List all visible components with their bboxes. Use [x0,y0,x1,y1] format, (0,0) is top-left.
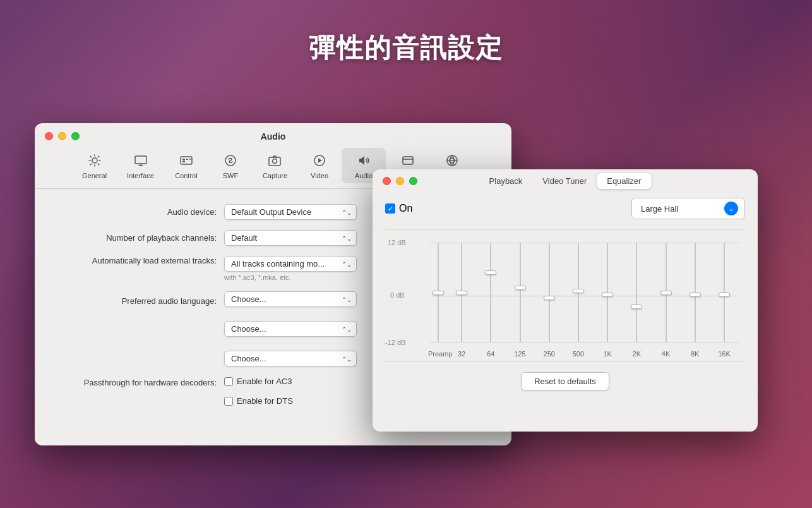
eq-preset-button[interactable]: Large Hall ⌄ [631,198,745,219]
freq-label-8k: 8K [681,350,710,358]
maximize-button[interactable] [71,132,80,140]
slider-64-knob[interactable] [485,270,496,275]
preamp-freq-label: Preamp [428,350,446,358]
db-12-label: 12 dB [388,239,406,246]
preferred-language-select1[interactable]: Choose... [224,291,357,307]
slider-250-knob[interactable] [544,296,555,300]
window-titlebar: Audio [35,123,511,145]
minimize-button[interactable] [58,132,66,140]
interface-label: Interface [127,172,154,179]
capture-icon [266,152,284,169]
ac3-checkbox[interactable] [224,377,233,386]
tab-playback[interactable]: Playback [479,173,533,189]
eq-preset-arrow-icon: ⌄ [724,202,738,215]
db-0-label: 0 dB [390,291,405,299]
preferred-language-select2[interactable]: Choose... [224,321,357,337]
traffic-lights [45,132,80,140]
toolbar-item-control[interactable]: Control [164,148,208,183]
svg-rect-11 [403,157,413,164]
window-title: Audio [261,131,286,142]
svg-rect-5 [186,159,188,160]
control-label: Control [175,172,197,179]
auto-load-tracks-select[interactable]: All tracks containing mo... [224,256,357,272]
slider-8k[interactable] [681,243,710,342]
eq-on-checkbox[interactable]: ✓ On [385,203,412,214]
svg-rect-3 [182,159,185,160]
tab-equalizer[interactable]: Equalizer [597,173,651,189]
toolbar-item-swf[interactable]: SWF [208,148,253,183]
eq-content: ✓ On Large Hall ⌄ 12 dB 0 dB -12 dB [373,190,758,401]
preferred-language-select3[interactable]: Choose... [224,351,357,366]
freq-label-32: 32 [447,350,476,358]
dts-checkbox[interactable] [224,397,233,406]
freq-label-4k: 4K [651,350,680,358]
svg-rect-4 [182,161,185,162]
reset-defaults-button[interactable]: Reset to defaults [521,372,609,390]
slider-125-knob[interactable] [515,286,526,290]
capture-label: Capture [263,172,287,179]
close-button[interactable] [45,132,53,140]
playback-channels-select[interactable]: Default [224,230,357,246]
eq-close-button[interactable] [383,177,391,185]
slider-500-knob[interactable] [573,289,584,293]
eq-preset-select: Large Hall ⌄ [631,198,745,219]
svg-rect-1 [135,156,146,164]
svg-rect-6 [189,159,191,160]
slider-1k-knob[interactable] [602,293,613,297]
on-checkbox-icon: ✓ [385,203,395,214]
eq-traffic-lights [383,177,417,185]
slider-4k-knob[interactable] [660,291,672,295]
slider-250[interactable] [535,243,564,342]
playback-channels-label: Number of playback channels: [60,233,224,243]
toolbar-item-capture[interactable]: Capture [253,148,297,183]
tab-video-tuner[interactable]: Video Tuner [532,173,597,189]
toolbar-item-interface[interactable]: Interface [117,148,164,183]
video-label: Video [311,172,328,179]
svg-point-0 [92,158,97,163]
slider-32-knob[interactable] [456,291,467,295]
slider-8k-knob[interactable] [690,293,701,297]
slider-4k[interactable] [651,243,680,342]
freq-label-250: 250 [535,350,564,358]
audio-label: Audio [355,172,373,179]
db-neg12-label: -12 dB [385,339,405,346]
toolbar-item-video[interactable]: Video [297,148,342,183]
eq-preset-value: Large Hall [641,204,678,214]
slider-1k[interactable] [593,243,622,342]
slider-32[interactable] [447,243,476,342]
freq-label-500: 500 [564,350,593,358]
freq-label-16k: 16K [710,350,739,358]
eq-sliders-area: 12 dB 0 dB -12 dB [385,229,745,362]
slider-64[interactable] [476,243,505,342]
eq-minimize-button[interactable] [396,177,404,185]
swf-icon [222,152,239,169]
preamp-knob[interactable] [433,291,444,295]
extra1-icon [399,152,417,169]
eq-tabs: Playback Video Tuner Equalizer [479,173,652,189]
page-title: 彈性的音訊設定 [0,30,812,66]
preferred-language-label: Preferred audio language: [60,296,224,306]
video-icon [311,152,328,169]
swf-label: SWF [223,172,238,179]
dts-label: Enable for DTS [237,396,293,406]
slider-2k[interactable] [622,243,651,342]
audio-device-select[interactable]: Default Output Device [224,204,357,220]
slider-2k-knob[interactable] [631,305,642,309]
slider-16k[interactable] [710,243,739,342]
auto-load-tracks-label: Automatically load external tracks: [60,256,224,265]
eq-maximize-button[interactable] [409,177,417,185]
freq-labels-row: Preamp 32 64 125 250 500 1K 2K 4K 8K 16K [428,350,739,358]
ac3-label: Enable for AC3 [237,377,292,386]
equalizer-window: Playback Video Tuner Equalizer ✓ On Larg… [373,169,758,432]
freq-label-125: 125 [505,350,534,358]
control-icon [177,152,195,169]
slider-16k-knob[interactable] [719,293,730,297]
audio-device-label: Audio device: [60,207,224,217]
slider-125[interactable] [505,243,534,342]
eq-on-label: On [399,203,412,214]
preamp-slider-col[interactable] [429,243,447,342]
eq-bottom-row: Reset to defaults [385,370,745,390]
toolbar-item-general[interactable]: General [72,148,117,183]
slider-500[interactable] [564,243,593,342]
svg-point-9 [273,159,277,164]
